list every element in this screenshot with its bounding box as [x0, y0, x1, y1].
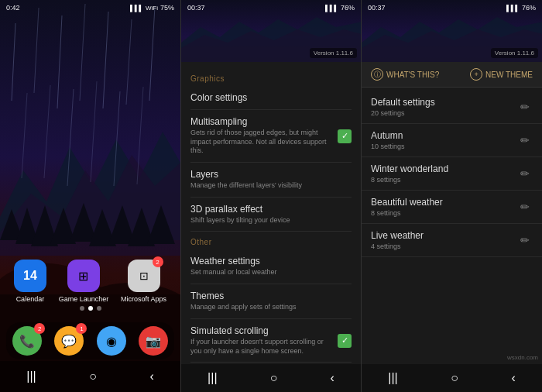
svg-marker-11	[147, 205, 175, 244]
parallax-item[interactable]: 3D parallax effect Shift layers by tilti…	[190, 198, 352, 232]
plus-icon: +	[470, 68, 482, 81]
battery-2: 76%	[341, 4, 355, 12]
edit-default-icon[interactable]: ✏	[517, 98, 533, 116]
svg-line-17	[57, 15, 62, 108]
themes-item[interactable]: Themes Manage and apply sets of settings	[190, 284, 352, 319]
phone-badge: 2	[34, 323, 45, 334]
calendar-app[interactable]: 14 Calendar	[14, 260, 46, 303]
version-badge-2: Version 1.11.6	[310, 48, 357, 58]
game-launcher-icon[interactable]: ⊞	[67, 260, 100, 292]
status-bar-2: 00:37 ▌▌▌ 76%	[181, 0, 361, 15]
new-theme-label: NEW THEME	[485, 70, 533, 79]
microsoft-apps[interactable]: ⊡ 2 Microsoft Apps	[121, 260, 166, 303]
theme-item-live-weather[interactable]: Live weather 4 settings ✏	[362, 224, 542, 257]
nav-home-2[interactable]: ○	[270, 371, 278, 385]
color-settings-item[interactable]: Color settings	[190, 86, 352, 110]
weather-settings-desc: Set manual or local weather	[190, 268, 352, 277]
svg-line-22	[22, 93, 27, 178]
multisampling-desc: Gets rid of those jagged edges, but migh…	[190, 129, 331, 156]
calendar-label: Calendar	[16, 295, 45, 303]
section-graphics: Graphics	[190, 74, 352, 83]
multisampling-checkbox[interactable]: ✓	[338, 129, 352, 143]
svg-line-19	[103, 12, 108, 108]
layers-item[interactable]: Layers Manage the different layers' visi…	[190, 163, 352, 198]
themes-toolbar: ⓘ WHAT'S THIS? + NEW THEME	[362, 62, 542, 88]
svg-line-27	[137, 87, 143, 184]
settings-content: Graphics Color settings Multisampling Ge…	[181, 62, 361, 364]
svg-line-20	[126, 19, 132, 105]
svg-marker-1	[0, 132, 180, 240]
layers-desc: Manage the different layers' visibility	[190, 181, 352, 191]
theme-weather-name: Beautiful weather	[371, 197, 517, 208]
nav-bar-3: ||| ○ ‹	[362, 364, 542, 392]
theme-default-count: 20 settings	[371, 109, 517, 117]
messages-icon[interactable]: 💬 1	[54, 326, 84, 356]
theme-item-default[interactable]: Default settings 20 settings ✏	[362, 91, 542, 124]
nav-bar-2: ||| ○ ‹	[181, 364, 361, 392]
simscrolling-item[interactable]: Simulated scrolling If your launcher doe…	[190, 319, 352, 363]
svg-marker-6	[50, 208, 76, 244]
svg-line-23	[44, 85, 50, 178]
theme-autumn-name: Autumn	[371, 130, 517, 141]
time-1: 0:42	[6, 4, 20, 12]
calendar-number: 14	[23, 269, 37, 283]
svg-marker-10	[128, 208, 155, 246]
edit-weather-icon[interactable]: ✏	[517, 198, 533, 216]
simscrolling-text: Simulated scrolling If your launcher doe…	[190, 325, 338, 356]
nav-recent-3[interactable]: |||	[388, 371, 397, 385]
whats-this-button[interactable]: ⓘ WHAT'S THIS?	[371, 68, 439, 81]
game-launcher-app[interactable]: ⊞ Game Launcher	[59, 260, 109, 303]
theme-item-beautiful-weather[interactable]: Beautiful weather 8 settings ✏	[362, 191, 542, 224]
battery-3: 76%	[522, 4, 536, 12]
camera-icon[interactable]: 📷	[139, 326, 168, 356]
status-right-1: ▌▌▌ WiFi 75%	[130, 4, 174, 12]
nav-recent-2[interactable]: |||	[208, 371, 217, 385]
watermark: wsxdn.com	[507, 354, 538, 361]
nav-back-2[interactable]: ‹	[331, 371, 334, 385]
phone-icon[interactable]: 📞 2	[12, 326, 42, 356]
svg-line-25	[91, 81, 97, 182]
color-settings-title: Color settings	[190, 92, 352, 103]
simscrolling-checkbox[interactable]: ✓	[338, 334, 352, 348]
theme-item-autumn[interactable]: Autumn 10 settings ✏	[362, 124, 542, 157]
dot-3	[97, 306, 101, 311]
nav-recent-1[interactable]: |||	[26, 370, 36, 383]
edit-live-icon[interactable]: ✏	[517, 231, 533, 249]
settings-header: 00:37 ▌▌▌ 76% Version 1.11.6	[181, 0, 361, 62]
theme-item-winter[interactable]: Winter wonderland 8 settings ✏	[362, 157, 542, 191]
nav-home-1[interactable]: ○	[89, 370, 97, 383]
themes-header: 00:37 ▌▌▌ 76% Version 1.11.6	[362, 0, 542, 62]
signal-3: ▌▌▌	[506, 5, 520, 12]
phone-app[interactable]: 📞 2	[12, 326, 42, 356]
theme-default-name: Default settings	[371, 97, 517, 108]
theme-default-info: Default settings 20 settings	[371, 97, 517, 117]
messages-app[interactable]: 💬 1	[54, 326, 84, 356]
weather-settings-title: Weather settings	[190, 256, 352, 266]
nav-back-3[interactable]: ‹	[511, 371, 515, 385]
svg-marker-4	[15, 208, 39, 244]
theme-list: Default settings 20 settings ✏ Autumn 10…	[362, 88, 542, 362]
time-3: 00:37	[368, 4, 386, 12]
svg-line-16	[34, 8, 39, 93]
bixby-app[interactable]: ◉	[97, 326, 126, 356]
theme-weather-info: Beautiful weather 8 settings	[371, 197, 517, 217]
microsoft-badge: 2	[153, 256, 163, 267]
camera-app[interactable]: 📷	[139, 326, 168, 356]
dot-1	[80, 306, 84, 311]
nav-home-3[interactable]: ○	[451, 371, 458, 385]
edit-autumn-icon[interactable]: ✏	[517, 131, 533, 150]
bixby-icon[interactable]: ◉	[97, 326, 126, 356]
app-dock: 14 Calendar ⊞ Game Launcher ⊡ 2 Microsof…	[0, 260, 180, 303]
edit-winter-icon[interactable]: ✏	[517, 164, 533, 183]
themes-desc: Manage and apply sets of settings	[190, 303, 352, 312]
multisampling-text: Multisampling Gets rid of those jagged e…	[190, 116, 338, 156]
layers-title: Layers	[190, 169, 352, 180]
new-theme-button[interactable]: + NEW THEME	[470, 68, 533, 81]
calendar-icon[interactable]: 14	[14, 260, 46, 292]
svg-marker-3	[0, 209, 23, 240]
multisampling-item[interactable]: Multisampling Gets rid of those jagged e…	[190, 110, 352, 163]
weather-settings-item[interactable]: Weather settings Set manual or local wea…	[190, 249, 352, 284]
microsoft-icon[interactable]: ⊡ 2	[128, 260, 160, 292]
nav-back-1[interactable]: ‹	[149, 370, 153, 383]
theme-winter-count: 8 settings	[371, 176, 517, 184]
